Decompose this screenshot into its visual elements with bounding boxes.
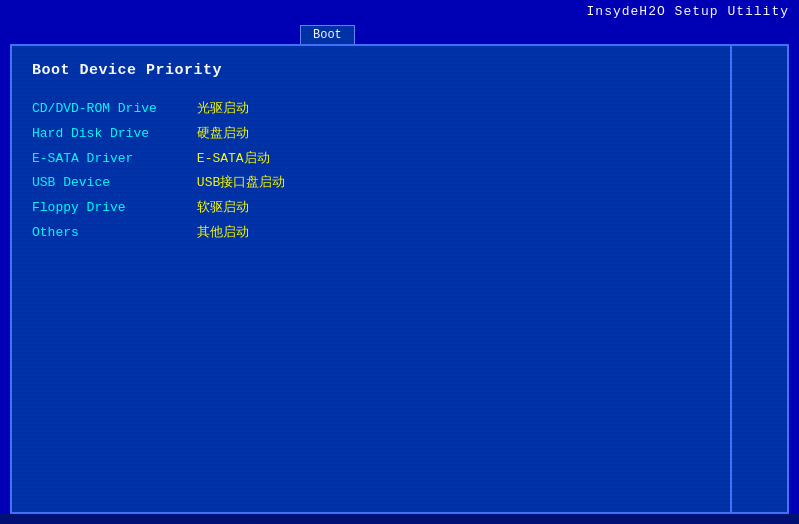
boot-translation-5: 其他启动 (197, 223, 285, 244)
boot-item-5[interactable]: Others (32, 223, 157, 244)
tab-boot[interactable]: Boot (300, 25, 355, 44)
boot-item-2[interactable]: E-SATA Driver (32, 149, 157, 170)
right-panel (732, 46, 787, 512)
header-bar: InsydeH2O Setup Utility (0, 0, 799, 22)
boot-translation-1: 硬盘启动 (197, 124, 285, 145)
boot-translation-4: 软驱启动 (197, 198, 285, 219)
left-panel: Boot Device Priority CD/DVD-ROM Drive Ha… (12, 46, 732, 512)
boot-item-3[interactable]: USB Device (32, 173, 157, 194)
boot-translation-3: USB接口盘启动 (197, 173, 285, 194)
bios-screen: InsydeH2O Setup Utility Boot Boot Device… (0, 0, 799, 524)
bottom-bar (0, 514, 799, 524)
boot-item-4[interactable]: Floppy Drive (32, 198, 157, 219)
boot-translations-column: 光驱启动 硬盘启动 E-SATA启动 USB接口盘启动 软驱启动 其他启动 (197, 99, 285, 244)
main-area: Boot Device Priority CD/DVD-ROM Drive Ha… (10, 44, 789, 514)
boot-translation-0: 光驱启动 (197, 99, 285, 120)
boot-item-0[interactable]: CD/DVD-ROM Drive (32, 99, 157, 120)
header-title: InsydeH2O Setup Utility (577, 2, 799, 21)
section-title: Boot Device Priority (32, 62, 710, 79)
boot-item-1[interactable]: Hard Disk Drive (32, 124, 157, 145)
boot-translation-2: E-SATA启动 (197, 149, 285, 170)
boot-labels-column: CD/DVD-ROM Drive Hard Disk Drive E-SATA … (32, 99, 157, 244)
boot-table: CD/DVD-ROM Drive Hard Disk Drive E-SATA … (32, 99, 710, 244)
tab-bar: Boot (0, 22, 799, 44)
